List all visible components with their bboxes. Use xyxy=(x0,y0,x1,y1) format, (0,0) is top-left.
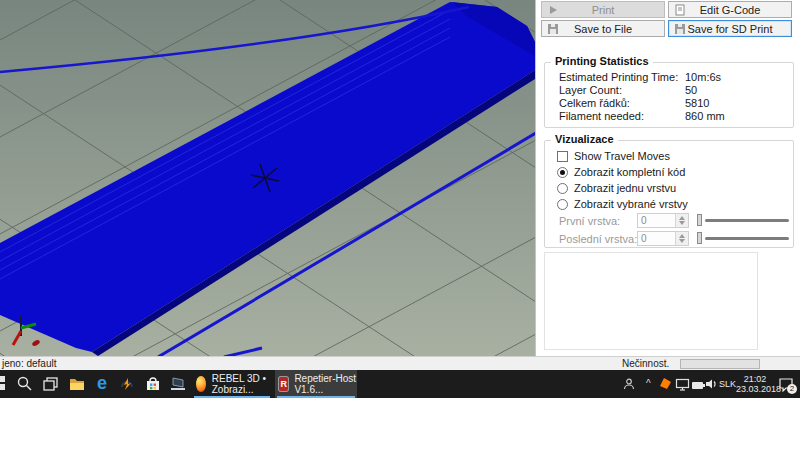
play-icon xyxy=(547,4,559,16)
taskbar-clock[interactable]: 21:02 23.03.2018 xyxy=(736,374,774,394)
laptop-app-icon[interactable] xyxy=(169,375,187,393)
progress-bar xyxy=(680,359,760,369)
last-layer-label: Poslední vrstva: xyxy=(559,233,637,245)
last-layer-value: 0 xyxy=(641,233,647,244)
3d-scene xyxy=(0,0,535,356)
first-layer-value: 0 xyxy=(641,215,647,226)
visualization-title: Vizualizace xyxy=(551,133,618,145)
stat-label: Filament needed: xyxy=(559,110,644,122)
radio-unselected[interactable] xyxy=(557,183,568,194)
slider-handle[interactable] xyxy=(697,232,702,244)
first-layer-slider[interactable] xyxy=(697,213,789,227)
task-view-icon[interactable] xyxy=(42,375,60,393)
app-status-bar: jeno: default Nečinnost. xyxy=(0,356,800,370)
radio-selected[interactable] xyxy=(557,167,568,178)
file-explorer-icon[interactable] xyxy=(68,375,86,393)
print-button[interactable]: Print xyxy=(541,1,665,18)
show-travel-moves-option[interactable]: Show Travel Moves xyxy=(557,149,670,163)
connection-status-text: jeno: default xyxy=(2,358,57,369)
active-app-underline xyxy=(194,396,270,398)
last-layer-slider[interactable] xyxy=(697,231,789,245)
stat-row-total-lines: Celkem řádků: 5810 xyxy=(559,97,785,110)
visualization-group: Vizualizace Show Travel Moves Zobrazit k… xyxy=(544,140,794,248)
screen: Print Edit G-Code Save to File Save for … xyxy=(0,0,800,450)
taskbar-firefox-button[interactable]: REBEL 3D • Zobrazi... xyxy=(192,370,272,398)
printing-statistics-title: Printing Statistics xyxy=(551,55,653,67)
show-travel-moves-label: Show Travel Moves xyxy=(574,150,670,162)
active-app-underline xyxy=(277,396,355,398)
radio-unselected[interactable] xyxy=(557,199,568,210)
language-indicator[interactable]: SLK xyxy=(719,379,736,389)
stat-value: 860 mm xyxy=(685,110,725,122)
first-layer-spinner[interactable]: 0 xyxy=(637,213,689,228)
printing-statistics-group: Printing Statistics Estimated Printing T… xyxy=(544,62,794,128)
printer-state-text: Nečinnost. xyxy=(622,358,669,369)
audacity-icon[interactable] xyxy=(118,375,136,393)
show-complete-code-option[interactable]: Zobrazit kompletní kód xyxy=(557,165,685,179)
3d-viewport[interactable] xyxy=(0,0,535,356)
firefox-icon xyxy=(196,376,206,392)
repetier-icon: R xyxy=(279,377,288,391)
stat-label: Celkem řádků: xyxy=(559,97,630,109)
empty-info-panel xyxy=(544,252,758,350)
taskbar-repetier-button[interactable]: R Repetier-Host V1.6... xyxy=(275,370,357,398)
stat-value: 5810 xyxy=(685,97,709,109)
stat-label: Layer Count: xyxy=(559,84,622,96)
save-icon xyxy=(674,23,686,35)
first-layer-label: První vrstva: xyxy=(559,215,620,227)
save-to-file-button-label: Save to File xyxy=(574,23,632,35)
checkbox-unchecked[interactable] xyxy=(557,151,568,162)
edge-browser-icon[interactable]: e xyxy=(92,373,112,395)
save-to-file-button[interactable]: Save to File xyxy=(541,20,665,37)
slider-track xyxy=(705,219,789,222)
stat-row-printing-time: Estimated Printing Time: 10m:6s xyxy=(559,71,785,84)
windows-taskbar: e REBEL 3D • Zobrazi... R Repetier-Host … xyxy=(0,370,800,398)
slider-track xyxy=(705,237,789,240)
last-layer-spinner[interactable]: 0 xyxy=(637,231,689,246)
slider-handle[interactable] xyxy=(697,214,702,226)
edit-gcode-button-label: Edit G-Code xyxy=(700,4,761,16)
tray-date: 23.03.2018 xyxy=(736,384,774,394)
stat-row-layer-count: Layer Count: 50 xyxy=(559,84,785,97)
show-single-layer-option[interactable]: Zobrazit jednu vrstvu xyxy=(557,181,676,195)
stat-value: 10m:6s xyxy=(685,71,721,83)
show-selected-layers-label: Zobrazit vybrané vrstvy xyxy=(574,198,688,210)
print-button-label: Print xyxy=(592,4,615,16)
edit-gcode-button[interactable]: Edit G-Code xyxy=(668,1,792,18)
document-icon xyxy=(674,4,686,16)
save-for-sd-print-button[interactable]: Save for SD Print xyxy=(668,20,792,37)
search-icon[interactable] xyxy=(16,375,34,393)
start-button[interactable] xyxy=(0,376,6,391)
spinner-arrows-icon[interactable] xyxy=(675,214,688,227)
repetier-taskbar-label: Repetier-Host V1.6... xyxy=(294,373,357,395)
stat-row-filament-needed: Filament needed: 860 mm xyxy=(559,110,785,123)
show-complete-code-label: Zobrazit kompletní kód xyxy=(574,166,685,178)
spinner-arrows-icon[interactable] xyxy=(675,232,688,245)
tray-chevron-up-icon[interactable]: ^ xyxy=(646,378,651,389)
notification-badge: 2 xyxy=(787,384,797,394)
stat-label: Estimated Printing Time: xyxy=(559,71,678,83)
save-icon xyxy=(547,23,559,35)
microsoft-store-icon[interactable] xyxy=(144,375,162,393)
stat-value: 50 xyxy=(685,84,697,96)
save-for-sd-print-button-label: Save for SD Print xyxy=(688,23,773,35)
right-panel: Print Edit G-Code Save to File Save for … xyxy=(535,0,800,356)
firefox-taskbar-label: REBEL 3D • Zobrazi... xyxy=(212,373,272,395)
people-tray-icon[interactable] xyxy=(622,377,640,395)
tray-time: 21:02 xyxy=(736,374,774,384)
show-selected-layers-option[interactable]: Zobrazit vybrané vrstvy xyxy=(557,197,688,211)
show-single-layer-label: Zobrazit jednu vrstvu xyxy=(574,182,676,194)
